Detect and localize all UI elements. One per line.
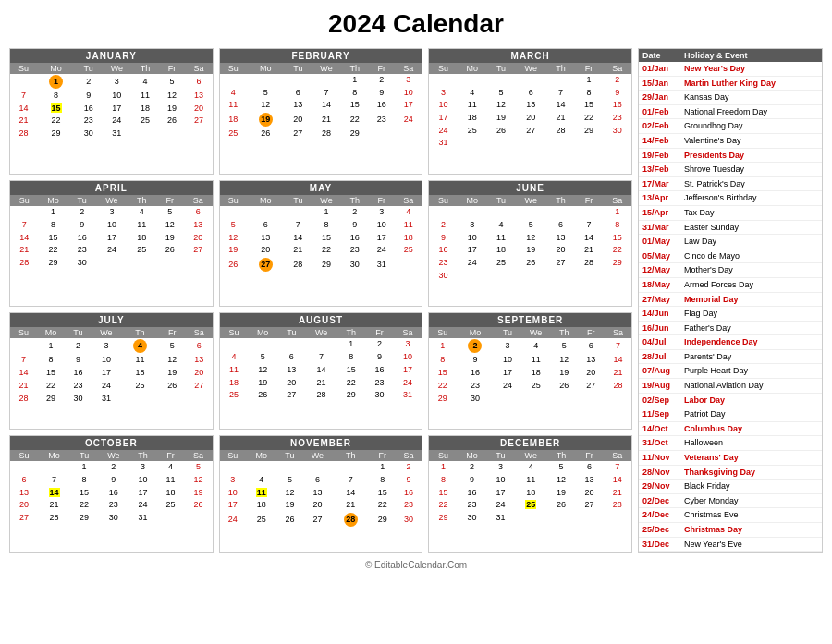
calendar-day: 21 <box>38 499 70 512</box>
calendar-day: 7 <box>605 338 631 354</box>
calendar-day: 20 <box>277 377 306 390</box>
calendar-day: 2 <box>65 338 92 354</box>
calendar-day: 26 <box>220 257 247 273</box>
calendar-day: 11 <box>487 232 516 245</box>
calendar-day: 11 <box>395 219 422 232</box>
calendar-day: 3 <box>395 74 422 87</box>
holiday-row: 31/MarEaster Sunday <box>639 221 822 236</box>
calendar-day: 9 <box>429 232 458 245</box>
calendar-day: 11 <box>521 354 551 367</box>
holiday-event: Mother's Day <box>684 264 818 276</box>
calendar-day: 24 <box>220 512 246 528</box>
calendar-day: 17 <box>394 364 422 377</box>
holiday-row: 13/AprJefferson's Birthday <box>639 191 822 206</box>
calendar-day <box>332 461 369 474</box>
month-title-2: MARCH <box>429 49 631 63</box>
calendar-day: 19 <box>248 377 277 390</box>
calendar-day: 3 <box>394 338 422 351</box>
holiday-row: 05/MayCinco de Mayo <box>639 249 822 264</box>
holiday-event: Black Friday <box>684 480 818 492</box>
calendar-day: 4 <box>220 351 249 364</box>
calendar-day: 23 <box>341 244 368 257</box>
calendar-day: 15 <box>70 487 98 500</box>
calendar-day <box>184 257 213 270</box>
calendar-day: 25 <box>487 257 516 270</box>
month-april: APRILSuMoTuWeThFrSa123456789101112131415… <box>9 180 214 307</box>
calendar-day: 20 <box>303 499 333 512</box>
calendar-day: 27 <box>285 128 312 140</box>
calendar-day <box>395 128 422 140</box>
holiday-date: 15/Jan <box>642 78 684 90</box>
calendar-day: 26 <box>248 389 277 402</box>
holiday-event: Purple Heart Day <box>684 365 818 377</box>
calendar-day: 22 <box>39 244 68 257</box>
holiday-date: 13/Feb <box>642 164 684 176</box>
holiday-row: 24/DecChristmas Eve <box>639 508 822 523</box>
calendar-day: 21 <box>546 112 575 125</box>
calendar-day: 10 <box>494 354 520 367</box>
holiday-row: 28/JulParents' Day <box>639 350 822 365</box>
calendar-day: 2 <box>98 461 128 474</box>
month-september: SEPTEMBERSuMoTuWeThFrSa12345678910111213… <box>428 312 632 430</box>
holiday-date: 15/Apr <box>642 207 684 219</box>
calendar-day: 2 <box>368 74 395 87</box>
holiday-event: Veterans' Day <box>684 452 818 464</box>
holiday-date: 14/Jun <box>642 308 684 320</box>
holidays-table-header: Date Holiday & Event <box>639 49 822 62</box>
calendar-day: 27 <box>515 125 546 138</box>
calendar-day: 25 <box>157 499 185 512</box>
calendar-day: 1 <box>37 338 65 354</box>
calendar-day <box>220 206 247 219</box>
calendar-day: 16 <box>603 99 631 112</box>
holiday-date: 31/Oct <box>642 437 684 449</box>
month-title-1: FEBRUARY <box>220 49 422 63</box>
calendar-day: 2 <box>429 219 458 232</box>
calendar-day: 6 <box>575 461 603 474</box>
calendar-day: 5 <box>247 87 285 100</box>
holiday-date: 01/Jan <box>642 63 684 75</box>
calendar-day: 6 <box>10 474 38 487</box>
holiday-event: Christmas Eve <box>684 509 818 521</box>
calendar-day: 20 <box>285 112 312 128</box>
holiday-date: 11/Sep <box>642 408 684 420</box>
holiday-row: 14/OctColumbus Day <box>639 422 822 437</box>
holiday-event: National Aviation Day <box>684 380 818 392</box>
calendar-day: 5 <box>551 338 578 354</box>
calendar-day: 9 <box>396 474 422 487</box>
calendar-day: 13 <box>184 219 213 232</box>
calendar-day: 15 <box>337 364 366 377</box>
calendar-day <box>38 461 70 474</box>
calendar-day <box>220 461 246 474</box>
calendar-day: 16 <box>341 232 368 245</box>
calendar-day: 14 <box>10 232 39 245</box>
calendar-day: 10 <box>96 219 128 232</box>
calendar-day: 21 <box>605 367 631 380</box>
calendar-day: 13 <box>10 487 38 500</box>
calendar-day: 27 <box>546 257 575 270</box>
calendar-day: 6 <box>285 87 312 100</box>
calendar-day: 19 <box>159 103 186 115</box>
calendar-day: 28 <box>38 512 70 525</box>
calendar-day: 8 <box>429 474 457 487</box>
calendar-day: 3 <box>220 474 246 487</box>
month-november: NOVEMBERSuMoTuWeThFrSa123456789101112131… <box>219 435 423 553</box>
calendar-day: 9 <box>341 219 368 232</box>
calendar-day: 12 <box>155 219 184 232</box>
calendar-day <box>546 270 575 283</box>
calendar-day <box>603 270 631 283</box>
holiday-date: 27/May <box>642 294 684 306</box>
calendar-day: 29 <box>70 512 98 525</box>
calendar-day: 24 <box>486 499 514 512</box>
holiday-row: 07/AugPurple Heart Day <box>639 364 822 379</box>
calendar-day: 17 <box>395 99 422 112</box>
holiday-event: Father's Day <box>684 322 818 334</box>
month-title-7: AUGUST <box>220 313 422 327</box>
calendar-day: 25 <box>515 499 547 512</box>
calendar-day: 8 <box>575 87 604 100</box>
calendar-day: 23 <box>603 112 631 125</box>
holiday-event: Parents' Day <box>684 351 818 363</box>
calendar-day: 29 <box>312 257 341 273</box>
month-title-10: NOVEMBER <box>220 436 422 450</box>
calendar-day: 17 <box>494 367 520 380</box>
holiday-row: 17/MarSt. Patrick's Day <box>639 177 822 192</box>
